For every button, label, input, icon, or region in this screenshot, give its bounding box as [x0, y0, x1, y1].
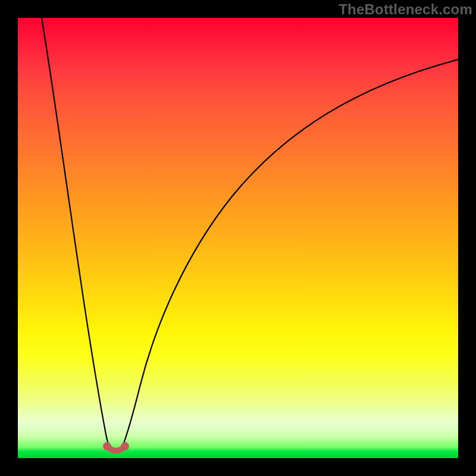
curve-svg: [18, 18, 458, 458]
right-branch: [122, 60, 458, 448]
bottom-markers: [103, 442, 129, 451]
marker-connector: [107, 446, 125, 451]
chart-container: TheBottleneck.com: [0, 0, 476, 476]
watermark-text: TheBottleneck.com: [339, 1, 472, 18]
left-branch: [42, 18, 110, 448]
plot-area: [18, 18, 458, 458]
curve-lines: [42, 18, 458, 448]
